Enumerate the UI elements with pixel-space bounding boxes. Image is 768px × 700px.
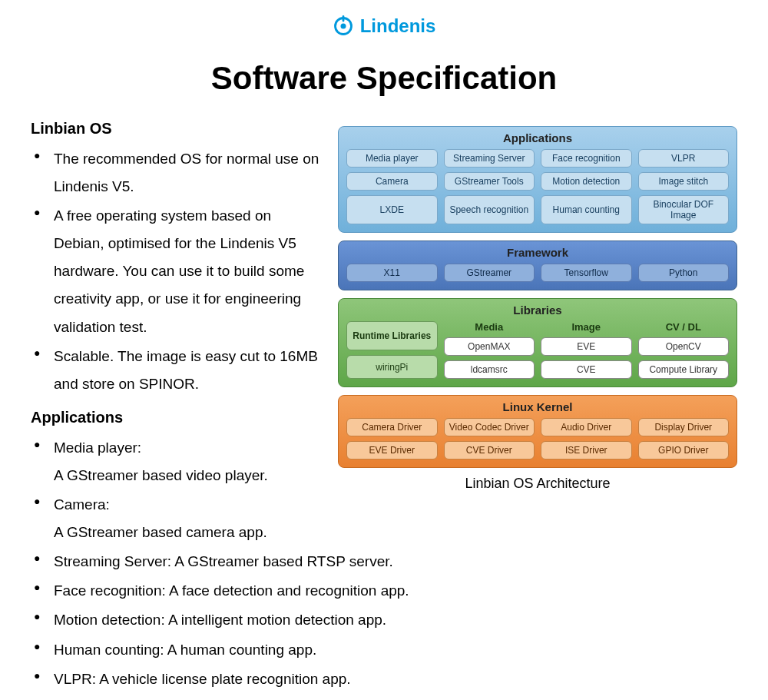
- app-item: VLPR: A vehicle license plate recognitio…: [31, 665, 737, 693]
- wiringpi-box: wiringPi: [346, 355, 438, 379]
- applications-list-bottom: Streaming Server: A GStreamer based RTSP…: [31, 548, 737, 692]
- arch-box: Face recognition: [541, 149, 632, 168]
- bullet: A free operating system based on Debian,…: [31, 202, 323, 340]
- applications-heading: Applications: [31, 409, 323, 426]
- arch-box: EVE: [541, 337, 632, 356]
- bullet: The recommended OS for normal use on Lin…: [31, 145, 323, 201]
- app-item: Media player: A GStreamer based video pl…: [31, 434, 323, 489]
- bullet: Scalable. The image is easy cut to 16MB …: [31, 343, 323, 398]
- arch-box: Display Driver: [638, 418, 730, 436]
- arch-box: Python: [638, 264, 730, 282]
- arch-box: Camera Driver: [346, 418, 438, 436]
- arch-box: Streaming Server: [444, 149, 535, 168]
- layer-kernel: Linux Kernel Camera Driver Video Codec D…: [338, 395, 737, 468]
- arch-box: LXDE: [346, 195, 438, 224]
- arch-box: Tensorflow: [541, 264, 632, 282]
- svg-point-1: [340, 24, 346, 29]
- layer-libraries: Libraries Runtime Libraries wiringPi Med…: [338, 298, 737, 387]
- app-item: Streaming Server: A GStreamer based RTSP…: [31, 548, 737, 576]
- arch-box: VLPR: [638, 149, 730, 168]
- page-title: Software Specification: [31, 60, 737, 97]
- arch-box: Compute Library: [638, 360, 730, 379]
- app-item: Motion detection: A intelligent motion d…: [31, 606, 737, 634]
- app-item: Human counting: A human counting app.: [31, 636, 737, 664]
- architecture-diagram: Applications Media player Streaming Serv…: [338, 126, 737, 492]
- architecture-caption: Linbian OS Architecture: [338, 476, 737, 492]
- brand-name: Lindenis: [360, 15, 436, 37]
- linbian-bullets: The recommended OS for normal use on Lin…: [31, 145, 323, 398]
- app-item: Face recognition: A face detection and r…: [31, 577, 737, 605]
- arch-box: GStreamer: [444, 264, 535, 282]
- arch-box: ldcamsrc: [444, 360, 535, 379]
- arch-box: Motion detection: [541, 172, 632, 191]
- arch-box: OpenMAX: [444, 337, 535, 356]
- linbian-heading: Linbian OS: [31, 120, 323, 138]
- runtime-libraries-box: Runtime Libraries: [346, 321, 438, 350]
- arch-box: Audio Driver: [541, 418, 632, 436]
- arch-box: ISE Driver: [541, 441, 632, 459]
- layer-applications: Applications Media player Streaming Serv…: [338, 126, 737, 233]
- lindenis-logo-icon: [333, 15, 354, 37]
- arch-box: Binocular DOF Image: [638, 195, 730, 224]
- app-item: Camera: A GStreamer based camera app.: [31, 491, 323, 546]
- arch-box: Speech recognition: [444, 195, 535, 224]
- layer-framework: Framework X11 GStreamer Tensorflow Pytho…: [338, 241, 737, 290]
- arch-box: GStreamer Tools: [444, 172, 535, 191]
- arch-box: Media player: [346, 149, 438, 168]
- brand-logo: Lindenis: [31, 15, 737, 37]
- arch-box: Video Codec Driver: [444, 418, 535, 436]
- arch-box: X11: [346, 264, 438, 282]
- arch-box: CVE Driver: [444, 441, 535, 459]
- applications-list-top: Media player: A GStreamer based video pl…: [31, 434, 323, 546]
- arch-box: CVE: [541, 360, 632, 379]
- arch-box: Camera: [346, 172, 438, 191]
- arch-box: EVE Driver: [346, 441, 438, 459]
- arch-box: OpenCV: [638, 337, 730, 356]
- arch-box: GPIO Driver: [638, 441, 730, 459]
- arch-box: Image stitch: [638, 172, 730, 191]
- arch-box: Human counting: [541, 195, 632, 224]
